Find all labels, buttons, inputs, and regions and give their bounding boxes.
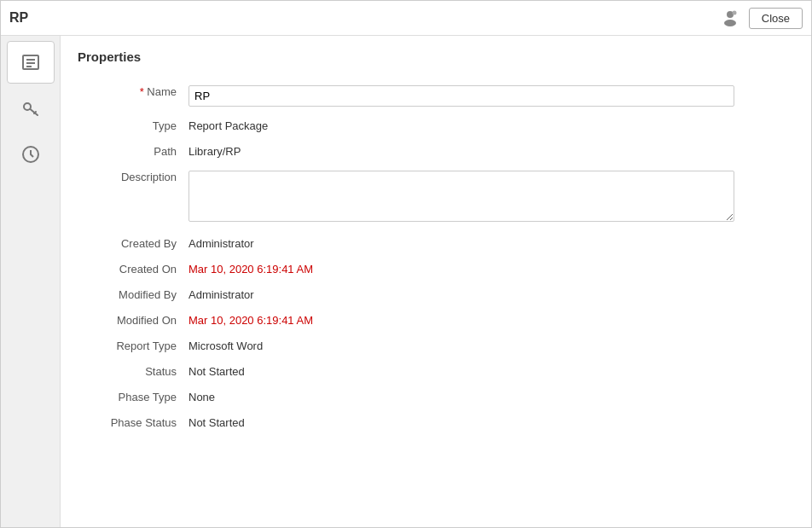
- main-body: Properties Name Type Report Package Path…: [1, 36, 811, 527]
- section-title: Properties: [78, 49, 794, 64]
- modified-on-value: Mar 10, 2020 6:19:41 AM: [188, 310, 794, 327]
- phase-type-row: Phase Type None: [78, 386, 794, 403]
- titlebar: RP Close: [1, 1, 811, 36]
- phase-status-label: Phase Status: [78, 412, 188, 429]
- content-area: Properties Name Type Report Package Path…: [61, 36, 811, 527]
- modified-on-label: Modified On: [78, 310, 188, 327]
- modified-on-row: Modified On Mar 10, 2020 6:19:41 AM: [78, 310, 794, 327]
- key-icon: [20, 98, 41, 119]
- status-value: Not Started: [188, 361, 794, 378]
- description-input[interactable]: [188, 171, 734, 222]
- status-row: Status Not Started: [78, 361, 794, 378]
- modified-by-label: Modified By: [78, 284, 188, 301]
- created-by-row: Created By Administrator: [78, 233, 794, 250]
- type-label: Type: [78, 115, 188, 132]
- svg-point-1: [724, 20, 736, 26]
- name-label: Name: [78, 81, 188, 98]
- phase-type-value: None: [188, 386, 794, 403]
- user-icon: [718, 6, 742, 30]
- created-on-row: Created On Mar 10, 2020 6:19:41 AM: [78, 258, 794, 276]
- description-value: [188, 166, 794, 224]
- svg-line-9: [34, 112, 36, 113]
- type-row: Type Report Package: [78, 115, 794, 132]
- path-label: Path: [78, 141, 188, 158]
- modified-by-row: Modified By Administrator: [78, 284, 794, 301]
- list-icon: [20, 52, 41, 73]
- name-input[interactable]: [188, 85, 734, 107]
- created-on-value: Mar 10, 2020 6:19:41 AM: [188, 258, 794, 276]
- clock-icon: [20, 144, 41, 165]
- sidebar-item-properties[interactable]: [7, 41, 55, 84]
- sidebar-item-permissions[interactable]: [7, 87, 55, 130]
- titlebar-controls: Close: [718, 6, 803, 30]
- path-row: Path Library/RP: [78, 141, 794, 158]
- modified-by-value: Administrator: [188, 284, 794, 301]
- status-label: Status: [78, 361, 188, 378]
- created-by-label: Created By: [78, 233, 188, 250]
- phase-type-label: Phase Type: [78, 386, 188, 403]
- phase-status-value: Not Started: [188, 412, 794, 429]
- main-window: RP Close: [0, 0, 812, 528]
- name-row: Name: [78, 81, 794, 107]
- window-title: RP: [9, 10, 28, 26]
- report-type-label: Report Type: [78, 335, 188, 352]
- phase-status-row: Phase Status Not Started: [78, 412, 794, 429]
- sidebar-item-history[interactable]: [7, 133, 55, 176]
- svg-point-2: [732, 11, 736, 15]
- name-value: [188, 81, 794, 107]
- path-value: Library/RP: [188, 141, 794, 158]
- sidebar: [1, 36, 61, 527]
- description-row: Description: [78, 166, 794, 224]
- close-button[interactable]: Close: [749, 8, 803, 29]
- report-type-value: Microsoft Word: [188, 335, 794, 352]
- description-label: Description: [78, 166, 188, 183]
- created-by-value: Administrator: [188, 233, 794, 250]
- created-on-label: Created On: [78, 258, 188, 276]
- type-value: Report Package: [188, 115, 794, 132]
- report-type-row: Report Type Microsoft Word: [78, 335, 794, 352]
